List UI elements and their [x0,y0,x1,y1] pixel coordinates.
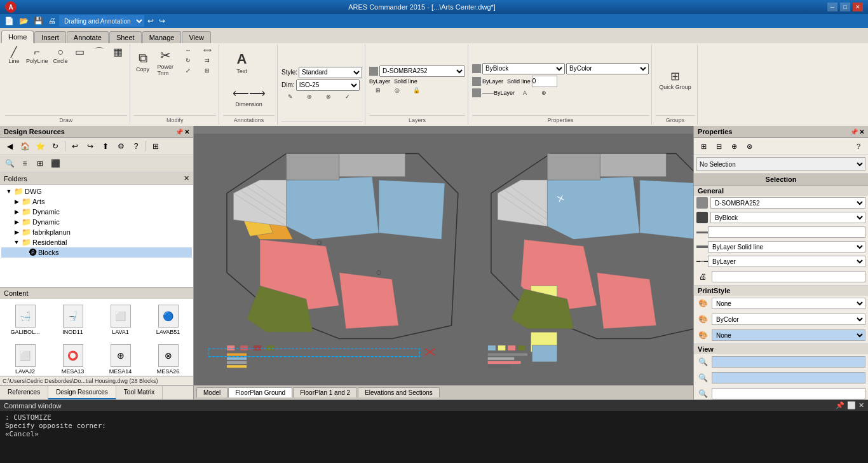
props-ps3-select[interactable]: None [712,329,865,341]
qa-undo[interactable]: ↩ [146,16,156,26]
dim-style-select[interactable]: ISO-25 [296,79,360,91]
qa-new[interactable]: 📄 [3,16,16,26]
text-style-select[interactable]: Standard [299,67,362,78]
move-button[interactable]: ↔ [179,46,197,55]
tab-sheet[interactable]: Sheet [109,31,142,43]
props-ps2-select[interactable]: ByColor [712,314,865,325]
dr-refresh-btn[interactable]: ↻ [48,139,62,153]
offset-button[interactable]: ⇉ [198,56,216,65]
tree-item-dynamic2[interactable]: ▶ 📁 Dynamic [1,217,192,227]
props-color-select[interactable]: ByBlock [710,212,865,223]
content-item-lava1[interactable]: ⬜ LAVA1 [98,301,143,338]
arc-button[interactable]: ⌒ [90,46,108,59]
props-section-ps-header[interactable]: PrintStyle [694,286,868,296]
tree-view[interactable]: ▼ 📁 DWG ▶ 📁 Arts ▶ 📁 Dynamic [0,185,193,287]
tree-item-residential[interactable]: ▼ 📁 Residential [1,237,192,247]
canvas-tab-floorplan-12[interactable]: FloorPlan 1 and 2 [293,387,357,397]
panel-tab-design-resources[interactable]: Design Resources [48,386,116,399]
layer-select[interactable]: D-SOMBRA252 [379,66,465,77]
array-button[interactable]: ⊞ [198,66,216,75]
lineweight-select[interactable]: ByColor [566,63,649,74]
qa-save[interactable]: 💾 [32,16,45,26]
layer-btn2[interactable]: ◎ [388,86,406,95]
command-content[interactable]: : CUSTOMIZE Specify opposite corner: «Ca… [0,411,868,460]
cmd-maximize-btn[interactable]: ⬜ [847,401,856,410]
content-item-galibol[interactable]: 🛁 GALIBOL... [3,301,48,338]
dr-help-btn[interactable]: ? [129,139,143,153]
props-close-btn[interactable]: ✕ [859,128,864,135]
lineweight-input[interactable] [532,76,557,87]
tab-view[interactable]: View [182,31,211,43]
props-toolbar-btn1[interactable]: ⊞ [696,139,710,153]
quick-group-button[interactable]: ⊞ Quick Group [657,55,693,106]
content-item-lavaj2[interactable]: ⬜ LAVAJ2 [3,341,48,375]
canvas-area[interactable]: Model FloorPlan Ground FloorPlan 1 and 2… [194,126,693,399]
dr-redo-btn[interactable]: ↪ [83,139,97,153]
props-btn1[interactable]: A [516,88,534,97]
canvas-tab-elevations[interactable]: Elevations and Sections [358,387,440,397]
color-select[interactable]: ByBlock [482,63,565,74]
props-ps1-select[interactable]: None [712,298,865,309]
props-layer-select[interactable]: D-SOMBRA252 [710,197,865,209]
tab-home[interactable]: Home [1,31,34,43]
props-linestyle-select[interactable]: ByLayer [708,256,865,267]
qa-redo[interactable]: ↪ [157,16,167,26]
content-item-mesa26[interactable]: ⊗ MESA26 [146,341,191,375]
annotation-btn2[interactable]: ⊕ [301,92,318,101]
props-view3-input[interactable]: 0 [712,388,865,399]
circle-button[interactable]: ○ Circle [51,46,70,66]
dr-list-btn[interactable]: ≡ [18,156,32,170]
workspace-selector[interactable]: Drafting and Annotation [59,15,144,27]
dr-home-btn[interactable]: 🏠 [18,139,32,153]
hatch-button[interactable]: ▦ [109,46,127,59]
dr-grid-btn[interactable]: ⊞ [33,156,47,170]
tree-item-dwg[interactable]: ▼ 📁 DWG [1,186,192,197]
power-trim-button[interactable]: ✂ PowerTrim [156,46,176,78]
annotation-btn1[interactable]: ✎ [281,92,299,101]
minimize-button[interactable]: ─ [827,3,837,11]
tab-manage[interactable]: Manage [142,31,182,43]
close-button[interactable]: ✕ [853,3,863,11]
copy-button[interactable]: ⧉ Copy [134,46,152,78]
scale-button[interactable]: ⤢ [179,66,197,75]
props-section-general-header[interactable]: General [694,186,868,196]
tree-item-dynamic1[interactable]: ▶ 📁 Dynamic [1,207,192,217]
qa-open[interactable]: 📂 [17,16,31,26]
rectangle-button[interactable]: ▭ [71,46,89,59]
annotation-btn4[interactable]: ✓ [339,92,356,101]
canvas-tab-model[interactable]: Model [196,387,227,397]
props-lineweight-select[interactable]: ByLayer Solid line [708,241,865,252]
props-toolbar-btn3[interactable]: ⊕ [727,139,741,153]
no-selection-select[interactable]: No Selection [696,157,865,171]
dr-settings-btn[interactable]: ⚙ [114,139,128,153]
content-item-mesa13[interactable]: ⭕ MESA13 [50,341,95,375]
dr-pin-btn[interactable]: 📌 [175,128,183,135]
polyline-button[interactable]: ⌐ PolyLine [24,46,50,66]
props-toolbar-help[interactable]: ? [851,139,865,153]
tab-annotate[interactable]: Annotate [67,31,109,43]
maximize-button[interactable]: □ [840,3,850,11]
props-btn2[interactable]: ⊕ [535,88,553,97]
canvas-tab-floorplan-ground[interactable]: FloorPlan Ground [228,387,292,397]
panel-tab-references[interactable]: References [0,386,48,399]
dr-large-icon-btn[interactable]: ⬛ [48,156,62,170]
dr-view-btn[interactable]: ⊞ [149,139,163,153]
annotation-btn3[interactable]: ⊗ [320,92,337,101]
folders-close-btn[interactable]: ✕ [184,174,189,183]
panel-tab-tool-matrix[interactable]: Tool Matrix [116,386,163,399]
props-print-input[interactable]: ByLayer [712,271,865,282]
rotate-button[interactable]: ↻ [179,56,197,65]
content-item-lavab51[interactable]: 🔵 LAVAB51 [146,301,191,338]
qa-print[interactable]: 🖨 [46,16,58,26]
props-view2-input[interactable]: 382252.5546 [712,372,865,384]
tree-item-fabrik[interactable]: ▶ 📁 fabrikplanun [1,227,192,237]
tree-item-blocks[interactable]: 🅐 Blocks [1,247,192,258]
dr-back-btn[interactable]: ◀ [3,139,17,153]
dr-close-btn[interactable]: ✕ [184,128,189,135]
text-button[interactable]: A Text [231,47,254,79]
content-item-inod11[interactable]: 🚽 INOD11 [50,301,95,338]
cmd-pin-btn[interactable]: 📌 [836,401,844,410]
tree-item-arts[interactable]: ▶ 📁 Arts [1,197,192,207]
mirror-button[interactable]: ⟺ [198,46,216,55]
layer-btn1[interactable]: ⊞ [369,86,387,95]
